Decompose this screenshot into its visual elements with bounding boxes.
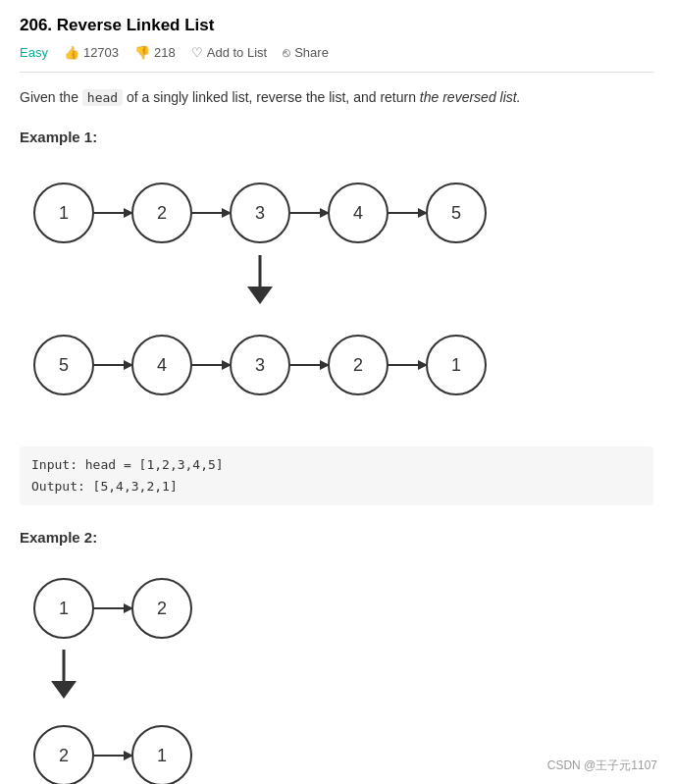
- heart-icon: ♡: [191, 45, 203, 60]
- code-head: head: [82, 89, 123, 106]
- svg-text:3: 3: [255, 355, 265, 375]
- example1-block: Example 1: 1 2 3 4: [20, 129, 653, 505]
- svg-marker-45: [51, 681, 77, 699]
- svg-text:4: 4: [353, 203, 363, 223]
- example2-block: Example 2: 1 2 2 1 Input: head = [1,2] O…: [20, 529, 653, 784]
- thumbs-up-icon: 👍: [64, 45, 79, 60]
- svg-text:2: 2: [353, 355, 363, 375]
- share-button[interactable]: ⎋ Share: [283, 45, 329, 60]
- share-icon: ⎋: [283, 45, 290, 60]
- example1-output: Output: [5,4,3,2,1]: [31, 476, 642, 497]
- downvotes[interactable]: 👎 218: [134, 45, 176, 60]
- thumbs-down-icon: 👎: [134, 45, 150, 60]
- svg-text:3: 3: [255, 203, 265, 223]
- example1-title: Example 1:: [20, 129, 653, 145]
- example1-input: Input: head = [1,2,3,4,5]: [31, 454, 642, 476]
- problem-title: 206. Reverse Linked List: [20, 16, 653, 35]
- svg-text:1: 1: [59, 599, 69, 618]
- upvotes[interactable]: 👍 12703: [64, 45, 119, 60]
- example2-title: Example 2:: [20, 529, 653, 546]
- svg-text:5: 5: [59, 355, 69, 375]
- svg-text:5: 5: [451, 203, 461, 223]
- svg-text:1: 1: [157, 746, 167, 765]
- example2-diagram: 1 2 2 1: [20, 559, 653, 784]
- svg-text:1: 1: [59, 203, 69, 223]
- meta-bar: Easy 👍 12703 👎 218 ♡ Add to List ⎋ Share: [20, 45, 653, 73]
- svg-text:1: 1: [451, 355, 461, 375]
- example1-io: Input: head = [1,2,3,4,5] Output: [5,4,3…: [20, 446, 653, 505]
- add-to-list-button[interactable]: ♡ Add to List: [191, 45, 267, 60]
- watermark: CSDN @王子元1107: [547, 758, 657, 774]
- example1-diagram: 1 2 3 4 5: [20, 159, 653, 437]
- svg-text:2: 2: [59, 746, 69, 765]
- difficulty-badge: Easy: [20, 45, 48, 60]
- svg-text:4: 4: [157, 355, 167, 375]
- svg-text:2: 2: [157, 599, 167, 618]
- problem-description: Given the head of a singly linked list, …: [20, 86, 653, 109]
- svg-marker-19: [247, 287, 273, 304]
- svg-text:2: 2: [157, 203, 167, 223]
